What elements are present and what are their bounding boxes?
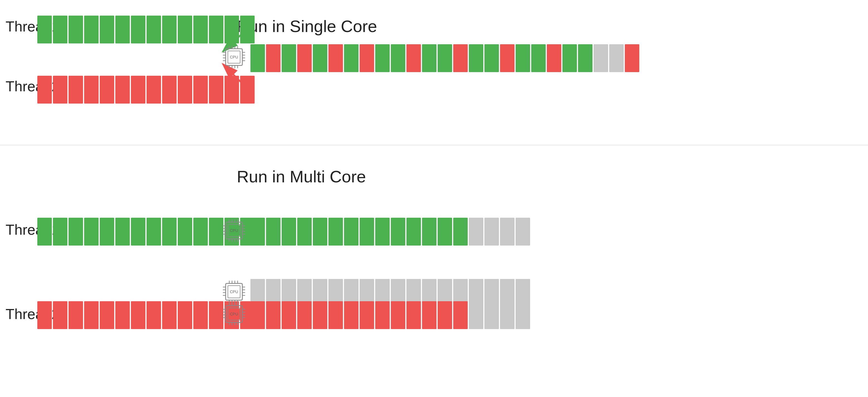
- cell: [313, 44, 327, 72]
- multi-core-cpu3-icon: CPU: [220, 300, 248, 328]
- cell: [162, 76, 177, 104]
- cell: [344, 44, 359, 72]
- cell: [162, 15, 177, 43]
- cell: [391, 301, 405, 329]
- cell: [485, 301, 499, 329]
- cell: [438, 301, 452, 329]
- cell: [193, 76, 208, 104]
- cell: [240, 15, 255, 43]
- cell: [100, 301, 114, 329]
- cell: [438, 44, 452, 72]
- cell: [37, 76, 52, 104]
- cell: [53, 218, 67, 245]
- cell: [131, 301, 146, 329]
- thread2-top-bar: [36, 75, 256, 105]
- cell: [84, 301, 99, 329]
- cell: [547, 44, 561, 72]
- cell: [100, 76, 114, 104]
- cell: [329, 44, 343, 72]
- cell: [193, 218, 208, 245]
- multi-core-timeline1: [249, 217, 531, 247]
- single-core-title: Run in Single Core: [237, 17, 377, 36]
- cell: [282, 301, 296, 329]
- cell: [84, 15, 99, 43]
- cell: [224, 15, 239, 43]
- cell: [266, 218, 280, 245]
- cell: [469, 218, 483, 245]
- cell: [297, 44, 312, 72]
- cell: [147, 218, 161, 245]
- cell: [422, 218, 436, 245]
- cell: [100, 218, 114, 245]
- svg-text:CPU: CPU: [230, 290, 238, 294]
- cell: [68, 301, 83, 329]
- cell: [193, 15, 208, 43]
- cell: [178, 218, 192, 245]
- multi-core-timeline3: [249, 300, 531, 330]
- cell: [344, 218, 359, 245]
- cell: [37, 301, 52, 329]
- cell: [625, 44, 639, 72]
- cell: [391, 218, 405, 245]
- cell: [131, 218, 146, 245]
- cell: [391, 44, 405, 72]
- cell: [250, 44, 265, 72]
- cell: [531, 44, 546, 72]
- cell: [360, 218, 374, 245]
- cell: [313, 218, 327, 245]
- cell: [115, 218, 130, 245]
- cell: [516, 301, 530, 329]
- cell: [329, 218, 343, 245]
- cell: [68, 76, 83, 104]
- cell: [562, 44, 577, 72]
- cell: [360, 301, 374, 329]
- cell: [375, 44, 390, 72]
- divider: [0, 145, 868, 145]
- cell: [53, 76, 67, 104]
- single-core-cpu-icon: CPU: [220, 43, 248, 71]
- cell: [438, 218, 452, 245]
- multi-core-cpu1-icon: CPU: [220, 217, 248, 244]
- cell: [297, 218, 312, 245]
- cell: [469, 44, 483, 72]
- cell: [178, 301, 192, 329]
- cell: [131, 15, 146, 43]
- cell: [162, 301, 177, 329]
- cell: [516, 44, 530, 72]
- cell: [453, 44, 468, 72]
- cell: [297, 301, 312, 329]
- cell: [84, 218, 99, 245]
- cell: [516, 218, 530, 245]
- cell: [422, 44, 436, 72]
- cell: [209, 76, 223, 104]
- cell: [53, 15, 67, 43]
- cell: [282, 44, 296, 72]
- cell: [406, 218, 421, 245]
- cell: [282, 218, 296, 245]
- cell: [453, 218, 468, 245]
- cell: [578, 44, 592, 72]
- svg-text:CPU: CPU: [230, 312, 238, 316]
- cell: [68, 15, 83, 43]
- cell: [266, 301, 280, 329]
- cell: [453, 301, 468, 329]
- cell: [84, 76, 99, 104]
- cell: [406, 44, 421, 72]
- cell: [266, 44, 280, 72]
- cell: [224, 76, 239, 104]
- cell: [609, 44, 624, 72]
- cell: [178, 76, 192, 104]
- cell: [422, 301, 436, 329]
- diagram-container: Run in Single Core Thread1 Thread2: [0, 0, 868, 397]
- cell: [344, 301, 359, 329]
- cell: [375, 218, 390, 245]
- svg-text:CPU: CPU: [230, 228, 238, 233]
- cell: [37, 15, 52, 43]
- cell: [131, 76, 146, 104]
- cell: [240, 76, 255, 104]
- cell: [500, 301, 515, 329]
- cell: [115, 76, 130, 104]
- cell: [115, 301, 130, 329]
- cell: [250, 301, 265, 329]
- cell: [250, 218, 265, 245]
